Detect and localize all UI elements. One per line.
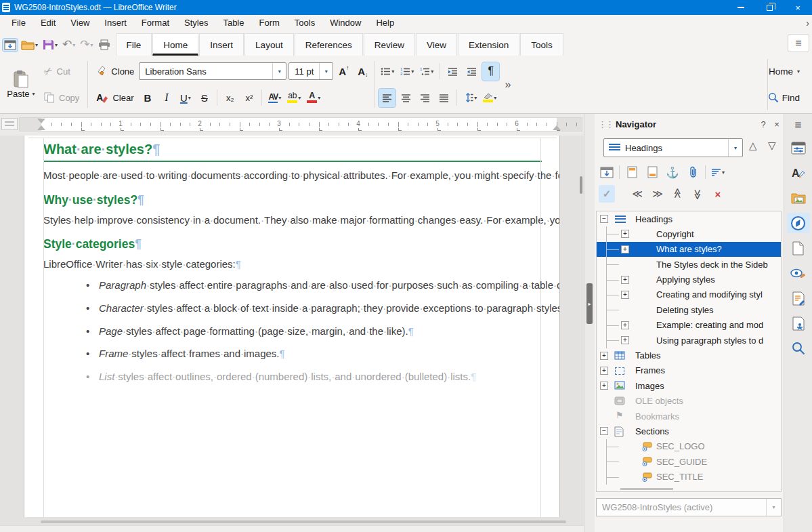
menu-help[interactable]: Help [368,16,402,30]
redo-dropdown-icon[interactable]: ▾ [91,42,93,48]
expand-icon[interactable]: + [621,245,629,253]
expand-icon[interactable]: + [621,230,629,238]
tab-home[interactable]: Home [152,33,198,56]
demote-level-button[interactable]: ≫ [649,185,665,203]
menu-window[interactable]: Window [322,16,368,30]
sidebar-tab-gallery[interactable] [787,188,810,208]
next-item-button[interactable]: ▽ [768,140,776,152]
document-selector-combobox[interactable]: WG2508-IntroStyles (active) ▾ [596,498,782,516]
paragraph-background-button[interactable]: ▾ [481,89,498,107]
expand-icon[interactable]: + [621,276,629,284]
tree-item[interactable]: +Images [597,378,781,393]
navigator-help-button[interactable]: ? [756,119,770,129]
font-size-combobox[interactable]: 11 pt ▾ [289,62,333,80]
open-button[interactable]: ▾ [20,39,39,52]
decrease-indent-button[interactable] [463,62,480,81]
tree-item[interactable]: −Headings [597,211,781,226]
tree-item[interactable]: +Copyright [597,226,781,241]
tab-view[interactable]: View [416,33,457,56]
highlight-color-button[interactable]: ab ▾ [285,89,303,107]
line-spacing-button[interactable]: ▾ [461,89,479,107]
set-reminder-button[interactable] [685,163,701,181]
numbered-list-button[interactable]: 12 ▾ [398,62,416,81]
navigator-tree[interactable]: −Headings+Copyright+What are styles?The … [596,211,782,492]
tree-item[interactable]: +Applying styles [597,272,781,287]
sidebar-tab-navigator[interactable] [787,213,810,233]
paste-dropdown-icon[interactable]: ▾ [33,91,35,97]
tab-tools[interactable]: Tools [520,33,563,56]
tree-hscrollbar-thumb[interactable] [620,488,673,490]
tree-item[interactable]: The Styles deck in the Sideb [597,257,781,272]
paste-button[interactable]: Paste▾ [3,59,39,110]
delete-heading-button[interactable]: × [710,185,726,203]
clear-formatting-button[interactable]: A Clear [91,86,139,109]
copy-button[interactable]: Copy [39,86,84,109]
tree-item[interactable]: +Frames [597,363,781,378]
bullet-list-dropdown-icon[interactable]: ▾ [391,68,394,75]
left-indent-marker[interactable] [37,125,45,130]
tree-item[interactable]: ⚑Bookmarks [597,409,781,424]
collapse-icon[interactable]: − [600,215,608,223]
vertical-scrollbar-thumb[interactable] [580,176,582,194]
tree-item[interactable]: −Sections [597,424,781,438]
bullet-list-button[interactable]: ▾ [379,62,396,81]
tab-review[interactable]: Review [364,33,415,56]
horizontal-ruler[interactable]: 123456 [0,114,584,136]
sidebar-hide-handle[interactable]: ▸ [586,283,593,324]
expand-icon[interactable]: + [621,321,629,329]
notebookbar-menu-button[interactable]: ≡ [788,34,809,52]
sidebar-tab-accessibility-check[interactable] [787,313,810,333]
anchor-text-button[interactable]: ⚓ [664,163,681,181]
tree-item[interactable]: +What are styles? [597,242,781,257]
expand-icon[interactable]: + [621,291,629,299]
toggle-master-view-button[interactable] [599,163,615,181]
menu-table[interactable]: Table [215,16,251,30]
tab-references[interactable]: References [295,33,363,56]
content-view-dropdown-icon[interactable]: ▾ [722,169,725,176]
tree-item[interactable]: SEC_TITLE [597,470,781,485]
tree-item[interactable]: +Example: creating and mod [597,318,781,333]
clone-formatting-button[interactable]: Clone [91,60,139,83]
increase-font-size-button[interactable]: A↑ [335,62,352,81]
superscript-button[interactable]: x² [240,89,257,107]
spacing-dropdown-icon[interactable]: ▾ [278,95,281,101]
subscript-button[interactable]: x₂ [221,89,238,107]
menu-format[interactable]: Format [134,16,177,30]
menu-form[interactable]: Form [251,16,286,30]
paragraph-background-dropdown-icon[interactable]: ▾ [494,95,496,101]
save-button[interactable]: ▾ [41,38,59,52]
right-indent-marker[interactable] [553,125,561,130]
sidebar-tab-page[interactable] [787,238,810,258]
sidebar-splitter[interactable]: ▸ [584,114,595,532]
tree-item[interactable]: SEC_GUIDE [597,454,781,469]
font-color-button[interactable]: A ▾ [305,89,322,107]
collapse-icon[interactable]: − [600,427,608,435]
tree-item[interactable]: Deleting styles [597,302,781,317]
tab-layout[interactable]: Layout [244,33,294,56]
expand-icon[interactable]: + [621,336,629,344]
restore-button[interactable] [755,0,784,15]
menubar-overflow-chevron[interactable]: › [806,18,812,28]
close-button[interactable]: × [784,0,812,15]
outline-list-dropdown-icon[interactable]: ▾ [431,68,433,75]
character-spacing-button[interactable]: AV▾ [266,89,283,107]
tree-item[interactable]: +Using paragraph styles to d [597,333,781,348]
sidebar-menu-button[interactable]: ≡ [795,118,802,133]
line-spacing-dropdown-icon[interactable]: ▾ [474,95,477,101]
menu-view[interactable]: View [63,16,97,30]
ruler-band[interactable]: 123456 [19,117,582,131]
align-center-button[interactable] [398,89,414,107]
align-left-button[interactable] [379,89,396,107]
outline-list-button[interactable]: 1 ▾ [418,62,435,81]
italic-button[interactable]: I [158,89,175,107]
toolbar-overflow-button[interactable]: » [499,79,516,91]
tree-item[interactable]: +Creating and modifying styl [597,287,781,302]
font-name-dropdown-icon[interactable]: ▾ [272,63,286,79]
header-button[interactable] [624,163,640,181]
expand-icon[interactable]: + [600,352,608,360]
previous-item-button[interactable]: △ [749,140,757,152]
expand-icon[interactable]: + [600,382,608,390]
content-navigation-view-button[interactable]: ▾ [710,163,726,181]
font-color-dropdown-icon[interactable]: ▾ [318,95,320,101]
decrease-font-size-button[interactable]: A↓ [354,62,371,81]
